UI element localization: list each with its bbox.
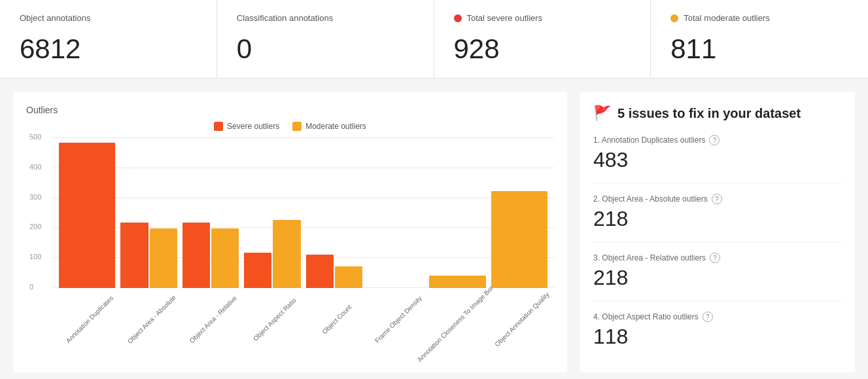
issue-item: 1. Annotation Duplicates outliers ? 483 xyxy=(593,135,842,183)
outliers-chart-section: Outliers Severe outliers Moderate outlie… xyxy=(13,92,567,372)
bar-moderate xyxy=(335,266,362,288)
issue-item: 2. Object Area - Absolute outliers ? 218 xyxy=(593,194,842,242)
bar-severe xyxy=(244,253,271,288)
bar-severe xyxy=(182,223,210,288)
stat-value: 6812 xyxy=(20,33,197,65)
help-icon[interactable]: ? xyxy=(703,312,713,322)
grid-label: 300 xyxy=(29,193,41,201)
legend-moderate: Moderate outliers xyxy=(292,122,366,131)
bar-moderate xyxy=(491,191,547,288)
bar-group: Object Count xyxy=(306,255,362,288)
help-icon[interactable]: ? xyxy=(710,253,720,263)
stat-card-classification-annotations: Classification annotations 0 xyxy=(217,0,434,78)
chart-legend: Severe outliers Moderate outliers xyxy=(26,122,554,131)
issue-label: 4. Object Aspect Ratio outliers ? xyxy=(593,312,842,322)
issue-label: 2. Object Area - Absolute outliers ? xyxy=(593,194,842,204)
bar-label: Annotation Closeness To Image Borders xyxy=(416,276,504,363)
issues-section: 🚩 5 issues to fix in your dataset 1. Ann… xyxy=(580,92,855,372)
bar-group: Object Aspect Ratio xyxy=(244,220,300,288)
bar-label: Object Aspect Ratio xyxy=(252,297,298,342)
issues-title: 5 issues to fix in your dataset xyxy=(617,106,801,121)
help-icon[interactable]: ? xyxy=(712,194,722,204)
bar-group: Object Area - Relative xyxy=(182,223,239,288)
bar-label: Object Area - Absolute xyxy=(126,294,177,345)
bar-moderate xyxy=(150,228,177,288)
grid-label: 0 xyxy=(29,283,33,291)
flag-icon: 🚩 xyxy=(593,105,611,122)
stat-card-severe-outliers: Total severe outliers 928 xyxy=(434,0,651,78)
bar-label: Object Count xyxy=(321,303,353,335)
bar-severe xyxy=(306,255,334,288)
legend-moderate-label: Moderate outliers xyxy=(305,122,366,131)
issue-label: 3. Object Area - Relative outliers ? xyxy=(593,253,842,263)
bar-moderate xyxy=(429,276,485,288)
legend-severe-label: Severe outliers xyxy=(227,122,279,131)
bar-group: Frame Object Density xyxy=(368,287,424,288)
bar-group: Object Annotation Quality xyxy=(491,191,547,288)
bar-group: Annotation Duplicates xyxy=(59,143,115,288)
grid-label: 200 xyxy=(29,223,41,230)
legend-severe-color xyxy=(214,122,223,131)
stat-card-object-annotations: Object annotations 6812 xyxy=(0,0,217,78)
bar-label: Object Annotation Quality xyxy=(493,291,551,348)
bar-group: Object Area - Absolute xyxy=(120,223,177,288)
bars-container: Annotation DuplicatesObject Area - Absol… xyxy=(52,137,554,288)
legend-severe: Severe outliers xyxy=(214,122,279,131)
bar-label: Annotation Duplicates xyxy=(65,295,115,345)
issues-list: 1. Annotation Duplicates outliers ? 483 … xyxy=(593,135,842,359)
grid-label: 500 xyxy=(29,133,41,141)
issue-count: 218 xyxy=(593,207,842,231)
bar-severe xyxy=(120,223,148,288)
bar-label: Object Area - Relative xyxy=(188,295,239,345)
issue-count: 218 xyxy=(593,266,842,290)
issue-item: 3. Object Area - Relative outliers ? 218 xyxy=(593,253,842,301)
grid-label: 400 xyxy=(29,163,41,171)
stat-label: Total severe outliers xyxy=(454,13,631,23)
stat-card-moderate-outliers: Total moderate outliers 811 xyxy=(651,0,868,78)
help-icon[interactable]: ? xyxy=(709,135,720,145)
stat-value: 928 xyxy=(454,33,631,65)
issue-item: 4. Object Aspect Ratio outliers ? 118 xyxy=(593,312,842,359)
stat-label: Total moderate outliers xyxy=(670,13,848,23)
issue-label: 1. Annotation Duplicates outliers ? xyxy=(593,135,842,145)
legend-moderate-color xyxy=(292,122,302,131)
stat-value: 811 xyxy=(670,33,848,65)
bar-label: Frame Object Density xyxy=(373,295,423,344)
stat-label: Object annotations xyxy=(20,13,197,23)
stat-label: Classification annotations xyxy=(237,13,414,23)
chart-title: Outliers xyxy=(26,105,554,115)
bar-severe xyxy=(59,143,115,288)
dot-orange xyxy=(670,14,678,22)
bar-moderate xyxy=(211,228,239,288)
stat-value: 0 xyxy=(237,33,414,65)
chart-area: 5004003002001000 Annotation DuplicatesOb… xyxy=(52,137,554,308)
issue-count: 483 xyxy=(593,148,842,172)
issue-count: 118 xyxy=(593,325,842,349)
main-content: Outliers Severe outliers Moderate outlie… xyxy=(0,79,868,379)
issues-header: 🚩 5 issues to fix in your dataset xyxy=(593,105,842,122)
top-stats-container: Object annotations 6812 Classification a… xyxy=(0,0,868,79)
bar-moderate xyxy=(273,220,300,288)
dot-red xyxy=(454,14,462,22)
bar-group: Annotation Closeness To Image Borders xyxy=(429,276,485,288)
grid-label: 100 xyxy=(29,253,41,261)
